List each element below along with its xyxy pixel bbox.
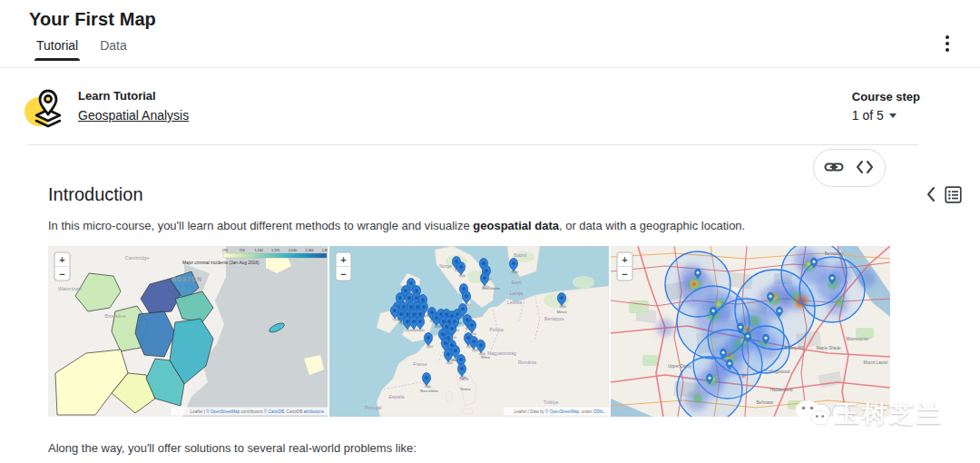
map-zoom-control[interactable]: +− xyxy=(336,252,351,281)
svg-text:2,899: 2,899 xyxy=(322,249,328,252)
svg-text:Lietuva: Lietuva xyxy=(507,300,522,305)
outro-paragraph: Along the way, you'll offer solutions to… xyxy=(48,440,890,457)
collapse-panel-button[interactable] xyxy=(926,186,936,204)
boston-choropleth-map[interactable]: CambridgeBOSTONBrooklineWatertown2917261… xyxy=(48,246,328,417)
svg-text:Maple Shade: Maple Shade xyxy=(816,346,841,350)
svg-text:Moorestown: Moorestown xyxy=(846,337,868,341)
map-zoom-control[interactable]: +− xyxy=(617,252,632,281)
map-zoom-control[interactable]: +− xyxy=(54,252,70,281)
embed-code-button[interactable] xyxy=(854,157,876,179)
svg-text:Watertown: Watertown xyxy=(58,286,82,291)
side-icons xyxy=(926,186,962,204)
more-options-button[interactable] xyxy=(935,31,960,56)
course-step: Course step 1 of 5 xyxy=(852,90,920,123)
code-icon xyxy=(855,157,875,177)
svg-text:1,595: 1,595 xyxy=(271,249,280,252)
svg-text:Leaflet | © OpenStreetMap cont: Leaflet | © OpenStreetMap contributors ©… xyxy=(191,409,325,414)
course-step-dropdown[interactable]: 1 of 5 xyxy=(852,108,897,123)
svg-text:Brookline: Brookline xyxy=(105,313,126,319)
page: Your First Map Tutorial Data Learn Tutor… xyxy=(0,0,980,463)
header: Your First Map Tutorial Data xyxy=(0,0,980,68)
course-header-bar: Learn Tutorial Geospatial Analysis Cours… xyxy=(0,68,980,144)
europe-markers-map[interactable]: NorgeSuomiEestiLatvijaLietuvaБеларусьPol… xyxy=(329,246,609,417)
tab-data-label: Data xyxy=(100,38,127,53)
course-link[interactable]: Geospatial Analysis xyxy=(78,108,189,123)
svg-text:Mount Laurel: Mount Laurel xyxy=(864,360,888,365)
share-actions xyxy=(813,149,886,187)
philadelphia-heatmap-map[interactable]: BensalemMoorestownMaple ShadeMount Laure… xyxy=(611,246,890,417)
svg-text:+: + xyxy=(59,254,64,265)
svg-text:2,464: 2,464 xyxy=(305,249,314,252)
tab-bar: Tutorial Data xyxy=(0,38,980,61)
svg-text:2,030: 2,030 xyxy=(289,249,298,252)
svg-text:Bellmawr: Bellmawr xyxy=(757,400,774,405)
section-heading: Introduction xyxy=(48,184,890,205)
svg-text:Magyarország: Magyarország xyxy=(487,350,516,356)
map-circle-overlay xyxy=(677,357,742,417)
kebab-menu-icon xyxy=(935,31,960,56)
chevron-down-icon xyxy=(889,113,897,118)
svg-text:Norge: Norge xyxy=(439,263,452,269)
maps-figure: CambridgeBOSTONBrooklineWatertown2917261… xyxy=(48,246,890,417)
tutorial-content: Introduction In this micro-course, you'l… xyxy=(0,184,980,457)
svg-text:Cambridge: Cambridge xyxy=(125,255,150,261)
svg-text:Barcelona: Barcelona xyxy=(420,389,438,393)
svg-text:Türkiye: Türkiye xyxy=(544,399,559,405)
svg-text:Major criminal incidents (Jan-: Major criminal incidents (Jan-Aug 2018) xyxy=(182,261,260,265)
course-text: Learn Tutorial Geospatial Analysis xyxy=(78,89,189,123)
svg-text:+: + xyxy=(622,254,627,265)
svg-text:Suomi: Suomi xyxy=(514,252,526,258)
svg-text:291: 291 xyxy=(222,249,228,252)
course-step-value: 1 of 5 xyxy=(852,108,884,123)
chevron-left-icon xyxy=(926,186,936,202)
svg-text:−: − xyxy=(340,269,346,280)
course-step-label: Course step xyxy=(852,90,920,103)
svg-text:+: + xyxy=(340,254,346,265)
copy-link-button[interactable] xyxy=(823,157,845,179)
svg-text:−: − xyxy=(622,269,627,280)
divider xyxy=(27,144,918,145)
map-circle-overlay xyxy=(799,257,865,322)
svg-text:France: France xyxy=(413,361,427,367)
svg-text:Wien: Wien xyxy=(481,355,490,360)
svg-text:726: 726 xyxy=(239,249,244,252)
tab-data[interactable]: Data xyxy=(100,38,127,61)
intro-paragraph: In this micro-course, you'll learn about… xyxy=(48,218,890,234)
table-of-contents-icon xyxy=(945,186,962,203)
svg-text:Minsk: Minsk xyxy=(556,310,567,314)
svg-text:Haddonfield: Haddonfield xyxy=(770,388,793,392)
svg-text:Leaflet | Data by © OpenStreet: Leaflet | Data by © OpenStreetMap, under… xyxy=(514,409,605,414)
svg-text:BOSTON: BOSTON xyxy=(172,276,202,282)
table-of-contents-button[interactable] xyxy=(945,186,962,204)
svg-text:Беларусь: Беларусь xyxy=(544,316,564,321)
svg-text:Portugal: Portugal xyxy=(365,405,382,410)
svg-text:Eesti: Eesti xyxy=(511,280,521,285)
svg-text:Latvija: Latvija xyxy=(510,291,524,296)
svg-text:España: España xyxy=(389,394,405,399)
svg-text:Polska: Polska xyxy=(489,327,503,332)
svg-text:1,160: 1,160 xyxy=(254,249,263,252)
geospatial-analysis-course-icon xyxy=(24,84,67,129)
tab-tutorial-label: Tutorial xyxy=(36,38,78,53)
page-title: Your First Map xyxy=(0,0,980,30)
svg-text:România: România xyxy=(518,360,536,365)
svg-text:Roma: Roma xyxy=(460,387,471,391)
tab-tutorial[interactable]: Tutorial xyxy=(36,38,78,61)
link-icon xyxy=(824,157,844,177)
svg-text:−: − xyxy=(59,269,64,280)
learn-tutorial-label: Learn Tutorial xyxy=(78,89,189,103)
